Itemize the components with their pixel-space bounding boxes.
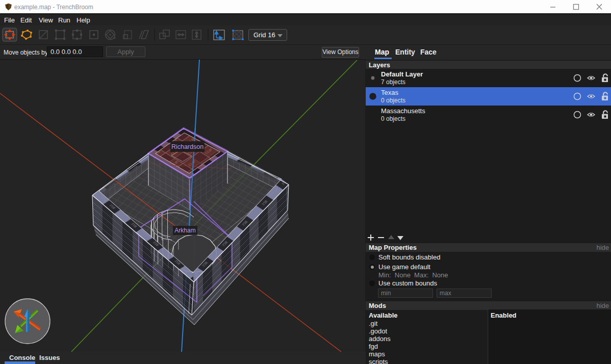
svg-text:Arkham: Arkham <box>174 227 195 234</box>
svg-text:Richardson: Richardson <box>171 143 203 150</box>
